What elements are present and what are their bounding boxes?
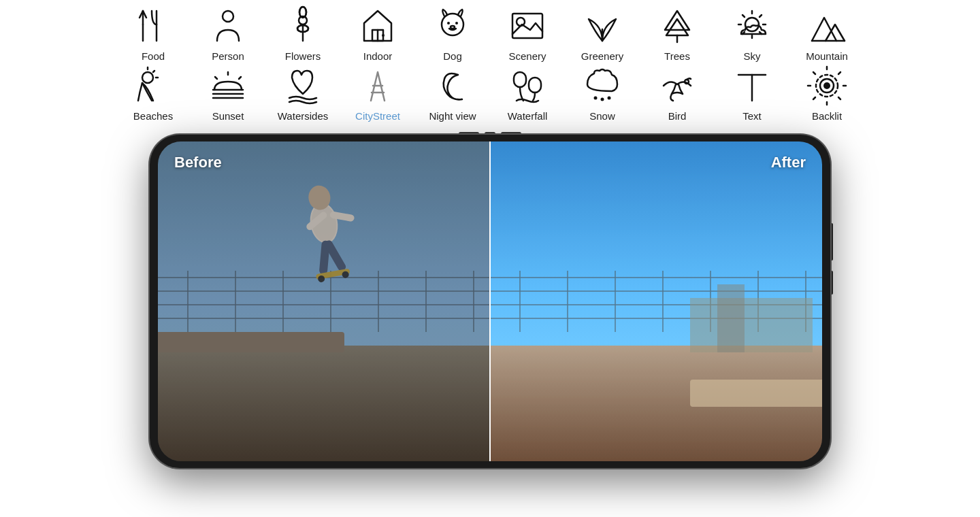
svg-point-67 xyxy=(823,82,830,89)
svg-line-32 xyxy=(742,15,745,17)
svg-line-42 xyxy=(215,77,217,79)
phone-right-btn-2 xyxy=(830,271,833,295)
icon-dog: Dog xyxy=(415,5,490,63)
svg-line-65 xyxy=(838,72,840,74)
beaches-label: Beaches xyxy=(133,110,173,122)
icons-row-2: Beaches Sunset Watersides xyxy=(116,65,864,122)
svg-point-52 xyxy=(601,98,604,101)
icon-indoor: Indoor xyxy=(340,5,415,63)
icon-watersides: Watersides xyxy=(265,65,340,122)
svg-line-64 xyxy=(838,97,840,99)
svg-rect-70 xyxy=(158,332,344,352)
dog-label: Dog xyxy=(443,50,462,63)
snow-label: Snow xyxy=(589,110,615,122)
icon-waterfall: Waterfall xyxy=(490,65,565,122)
nightview-label: Night view xyxy=(429,110,476,122)
icons-row-1: Food Person Flowers xyxy=(116,5,864,63)
svg-line-63 xyxy=(813,72,815,74)
icon-snow: Snow xyxy=(565,65,640,122)
icon-mountain: Mountain xyxy=(789,5,864,63)
icon-trees: Trees xyxy=(640,5,715,63)
icons-section: Food Person Flowers xyxy=(0,0,980,122)
icon-sunset: Sunset xyxy=(191,65,265,122)
icon-text: Text xyxy=(715,65,789,122)
greenery-label: Greenery xyxy=(581,50,624,63)
icon-bird: Bird xyxy=(640,65,715,122)
svg-rect-107 xyxy=(690,380,822,407)
text-label: Text xyxy=(742,110,762,122)
trees-label: Trees xyxy=(664,50,690,63)
svg-point-37 xyxy=(142,72,153,83)
svg-point-27 xyxy=(745,18,759,31)
svg-line-34 xyxy=(760,15,762,17)
mountain-label: Mountain xyxy=(806,50,848,63)
svg-rect-69 xyxy=(158,346,490,461)
icon-nightview: Night view xyxy=(415,65,490,122)
before-half xyxy=(158,141,490,461)
phone-right-btn-1 xyxy=(830,223,833,261)
before-label: Before xyxy=(174,154,222,171)
indoor-label: Indoor xyxy=(363,50,393,63)
icon-food: Food xyxy=(116,5,191,63)
svg-point-20 xyxy=(451,26,455,29)
svg-rect-105 xyxy=(690,298,813,352)
citystreet-label: CityStreet xyxy=(355,110,400,122)
svg-rect-106 xyxy=(717,284,745,352)
phone-section: Before After xyxy=(0,122,980,468)
svg-point-6 xyxy=(223,11,233,22)
flowers-label: Flowers xyxy=(285,50,321,63)
svg-line-43 xyxy=(239,77,241,79)
person-label: Person xyxy=(212,50,244,63)
sky-label: Sky xyxy=(743,50,760,63)
waterfall-label: Waterfall xyxy=(508,110,548,122)
phone-frame: Before After xyxy=(150,135,830,468)
svg-rect-49 xyxy=(514,72,526,87)
after-label: After xyxy=(771,154,806,171)
svg-point-19 xyxy=(455,22,458,24)
icon-flowers: Flowers xyxy=(265,5,340,63)
sunset-label: Sunset xyxy=(212,110,244,122)
svg-point-51 xyxy=(594,97,598,100)
icon-sky: Sky xyxy=(715,5,789,63)
bird-label: Bird xyxy=(668,110,687,122)
icon-citystreet: CityStreet xyxy=(340,65,415,122)
svg-rect-50 xyxy=(529,78,541,93)
icon-backlit: Backlit xyxy=(789,65,864,122)
phone-screen: Before After xyxy=(158,141,822,461)
phone-wrapper: Before After xyxy=(150,135,830,468)
watersides-label: Watersides xyxy=(278,110,328,122)
svg-line-66 xyxy=(813,97,815,99)
divider-line xyxy=(489,141,491,461)
svg-point-53 xyxy=(608,97,611,100)
after-half xyxy=(490,141,822,461)
icon-greenery: Greenery xyxy=(565,5,640,63)
svg-point-18 xyxy=(447,22,450,24)
icon-person: Person xyxy=(191,5,265,63)
icon-scenery: Scenery xyxy=(490,5,565,63)
svg-line-39 xyxy=(153,71,154,72)
icon-beaches: Beaches xyxy=(116,65,191,122)
svg-point-16 xyxy=(382,34,385,37)
backlit-label: Backlit xyxy=(812,110,842,122)
food-label: Food xyxy=(142,50,165,63)
scenery-label: Scenery xyxy=(508,50,546,63)
